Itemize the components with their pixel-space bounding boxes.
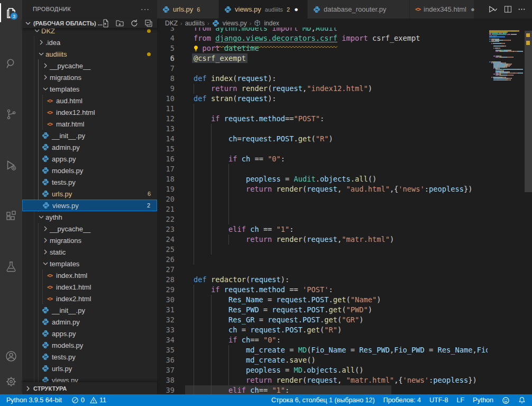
tab-database_roouter.py[interactable]: database_roouter.py [308, 0, 410, 19]
tree-item-tests.py[interactable]: tests.py [22, 176, 157, 188]
explorer-badge: 3 [10, 12, 18, 20]
modified-dot [147, 52, 151, 56]
activity-explorer-icon[interactable]: 3 [0, 0, 22, 25]
chevron-right-icon [24, 384, 32, 393]
problems-badge: 2 [147, 202, 150, 209]
tree-item-admin.py[interactable]: admin.py [22, 316, 157, 328]
tree-item-apps.py[interactable]: apps.py [22, 328, 157, 339]
html-file-icon: <> [45, 98, 54, 104]
tree-item-views.py[interactable]: views.py [22, 374, 157, 382]
tab-index345.html[interactable]: <>index345.html● [410, 0, 474, 19]
tree-item-apps.py[interactable]: apps.py [22, 153, 157, 165]
breadcrumb-item[interactable]: DKZ [165, 20, 178, 27]
explorer-sidebar: ПРОВОДНИК ··· (РАБОЧАЯ ОБЛАСТЬ) ... DKZ.… [22, 0, 157, 394]
tree-item-views.py[interactable]: views.py2 [22, 200, 157, 211]
activity-testing-icon[interactable] [0, 254, 22, 279]
python-file-icon [41, 341, 50, 349]
activity-account-icon[interactable] [0, 344, 22, 369]
feedback-icon[interactable] [502, 396, 510, 404]
explorer-title: ПРОВОДНИК [33, 0, 71, 19]
tree-item-templates[interactable]: templates [22, 258, 157, 269]
breadcrumb[interactable]: DKZ›audiiits›views.py›index [157, 19, 532, 28]
html-file-icon: <> [45, 284, 54, 290]
new-folder-icon[interactable] [116, 19, 124, 28]
problems-status[interactable]: 011 [71, 396, 106, 404]
activity-search-icon[interactable] [0, 51, 22, 76]
language-status[interactable]: Python [473, 396, 493, 404]
tree-item-urls.py[interactable]: urls.py6 [22, 188, 157, 200]
minimap[interactable] [488, 28, 525, 394]
python-file-icon [41, 306, 50, 314]
collapse-all-icon[interactable] [144, 19, 153, 28]
chevron-down-icon [41, 259, 50, 268]
python-file-icon [41, 353, 50, 360]
error-icon [71, 396, 79, 404]
cursor-position-status[interactable]: Строка 6, столбец 1 (выбрано 12) [271, 396, 375, 404]
new-file-icon[interactable] [102, 19, 110, 28]
tree-item-audiiits[interactable]: audiiits [22, 48, 157, 60]
python-version-status[interactable]: Python 3.9.5 64-bit [6, 396, 62, 404]
tree-item-urls.py[interactable]: urls.py [22, 363, 157, 374]
tree-item-admin.py[interactable]: admin.py [22, 141, 157, 153]
lightbulb-icon[interactable] [192, 43, 202, 53]
chevron-down-icon [33, 28, 41, 35]
tree-item-DKZ[interactable]: DKZ [22, 28, 157, 37]
encoding-status[interactable]: UTF-8 [429, 396, 448, 404]
tree-item-__pycache__[interactable]: __pycache__ [22, 60, 157, 71]
workspace-section-header[interactable]: (РАБОЧАЯ ОБЛАСТЬ) ... [22, 19, 157, 28]
tree-item-.idea[interactable]: .idea [22, 37, 157, 48]
status-bar: Python 3.9.5 64-bit011 Строка 6, столбец… [0, 394, 532, 406]
editor-more-icon[interactable] [518, 5, 526, 13]
run-dropdown-icon[interactable] [492, 6, 498, 13]
activity-run-debug-icon[interactable] [0, 152, 22, 178]
tree-item-static[interactable]: static [22, 246, 157, 258]
tree-item-templates[interactable]: templates [22, 83, 157, 95]
chevron-right-icon [41, 61, 50, 70]
split-editor-icon[interactable] [504, 5, 512, 13]
tree-item-aud.html[interactable]: <>aud.html [22, 95, 157, 106]
tab-bar: urls.py6views.pyaudiiits2●database_roout… [157, 0, 532, 19]
explorer-more-icon[interactable]: ··· [141, 5, 150, 13]
chevron-down-icon [24, 19, 32, 28]
tree-item-index12.html[interactable]: <>index12.html [22, 106, 157, 118]
scrollbar[interactable] [525, 28, 532, 394]
breadcrumb-item[interactable]: audiiits [185, 20, 205, 27]
python-file-icon [212, 20, 219, 27]
refresh-icon[interactable] [130, 19, 139, 28]
eol-status[interactable]: LF [456, 396, 464, 404]
outline-section-title: СТРУКТУРА [33, 385, 67, 392]
activity-extensions-icon[interactable] [0, 203, 22, 229]
notifications-icon[interactable] [518, 396, 526, 404]
tree-item-index1.html[interactable]: <>index1.html [22, 281, 157, 293]
tree-item-__init__.py[interactable]: __init__.py [22, 130, 157, 141]
tree-item-models.py[interactable]: models.py [22, 339, 157, 351]
indentation-status[interactable]: Пробелов: 4 [383, 396, 421, 404]
breadcrumb-item[interactable]: views.py [223, 20, 247, 27]
python-file-icon [41, 190, 50, 197]
tree-item-models.py[interactable]: models.py [22, 165, 157, 176]
file-tree: DKZ.ideaaudiiits__pycache__migrationstem… [22, 28, 157, 382]
tab-urls.py[interactable]: urls.py6 [157, 0, 219, 19]
symbol-namespace-icon [254, 20, 261, 26]
code-editor[interactable]: 3from aythh.models import MD,Audit4from … [157, 28, 532, 394]
tree-item-matr.html[interactable]: <>matr.html [22, 118, 157, 130]
activity-source-control-icon[interactable] [0, 102, 22, 127]
tree-item-index2.html[interactable]: <>index2.html [22, 293, 157, 304]
tree-item-aythh[interactable]: aythh [22, 211, 157, 223]
tree-item-index.html[interactable]: <>index.html [22, 269, 157, 281]
outline-section-header[interactable]: СТРУКТУРА [22, 382, 157, 394]
activity-settings-icon[interactable] [0, 369, 22, 394]
python-file-icon [41, 376, 50, 382]
dirty-dot: ● [294, 5, 298, 13]
tree-item-tests.py[interactable]: tests.py [22, 351, 157, 363]
breadcrumb-item[interactable]: index [264, 20, 279, 27]
problems-badge: 2 [287, 6, 290, 13]
tree-item-__pycache__[interactable]: __pycache__ [22, 223, 157, 234]
python-file-icon [162, 6, 170, 13]
warning-icon [90, 396, 97, 404]
tab-views.py[interactable]: views.pyaudiiits2● [219, 0, 308, 19]
tree-item-migrations[interactable]: migrations [22, 71, 157, 83]
python-file-icon [41, 132, 50, 139]
tree-item-migrations[interactable]: migrations [22, 234, 157, 246]
tree-item-__init__.py[interactable]: __init__.py [22, 304, 157, 316]
